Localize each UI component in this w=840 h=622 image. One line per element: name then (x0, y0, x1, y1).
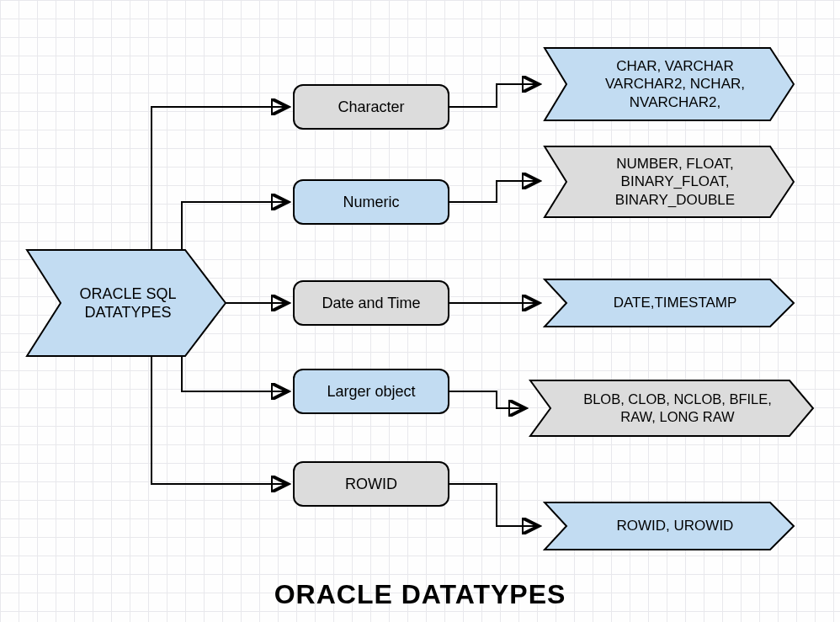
category-character: Character (293, 84, 449, 130)
leaf-label: BLOB, CLOB, NCLOB, BFILE, RAW, LONG RAW (529, 379, 811, 438)
leaf-label: ROWID, UROWID (543, 501, 792, 551)
category-label: Character (338, 98, 404, 116)
leaf-label: NUMBER, FLOAT, BINARY_FLOAT, BINARY_DOUB… (543, 145, 792, 219)
leaf-label: CHAR, VARCHAR VARCHAR2, NCHAR, NVARCHAR2… (543, 46, 792, 122)
category-label: Larger object (327, 383, 415, 401)
root-label: ORACLE SQL DATATYPES (25, 248, 202, 358)
category-larger-object: Larger object (293, 369, 449, 414)
diagram-title: ORACLE DATATYPES (0, 579, 840, 610)
category-date-time: Date and Time (293, 280, 449, 326)
category-label: Numeric (343, 194, 399, 211)
category-label: ROWID (345, 476, 397, 493)
category-label: Date and Time (322, 295, 420, 312)
category-numeric: Numeric (293, 179, 449, 225)
leaf-label: DATE,TIMESTAMP (543, 278, 792, 328)
category-rowid: ROWID (293, 461, 449, 507)
